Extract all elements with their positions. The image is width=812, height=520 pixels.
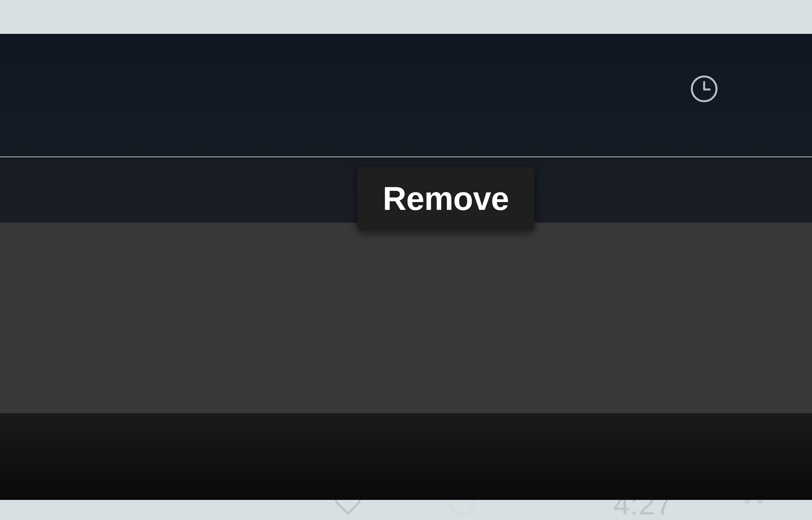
footer-band	[0, 413, 812, 500]
duration-column-header-icon[interactable]	[689, 74, 719, 104]
list-header-band: d	[0, 34, 812, 157]
tooltip: Remove	[357, 167, 534, 230]
tooltip-label: Remove	[383, 180, 509, 217]
track-row[interactable]: 4:27	[0, 223, 812, 413]
track-list-fragment: d 4:27	[0, 34, 812, 499]
